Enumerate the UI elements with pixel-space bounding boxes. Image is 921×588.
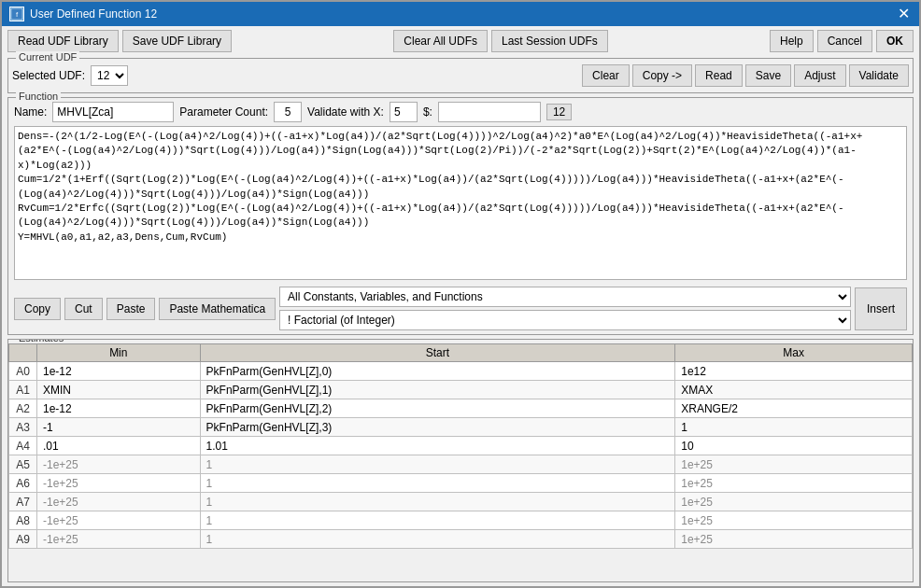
ok-button[interactable]: OK	[876, 30, 914, 52]
last-session-udfs-button[interactable]: Last Session UDFs	[491, 30, 608, 52]
clear-all-udfs-button[interactable]: Clear All UDFs	[393, 30, 488, 52]
udf-select[interactable]: 12	[91, 65, 128, 86]
table-row: A4.011.0110	[9, 437, 913, 455]
col-header-max: Max	[675, 344, 913, 362]
table-row: A01e-12PkFnParm(GenHVL[Z],0)1e12	[9, 362, 913, 381]
row-start[interactable]: PkFnParm(GenHVL[Z],1)	[200, 381, 675, 399]
row-label: A3	[9, 418, 37, 437]
row-max[interactable]: 1e+25	[675, 511, 913, 530]
row-start[interactable]: 1	[200, 530, 675, 549]
cancel-button[interactable]: Cancel	[817, 30, 872, 52]
dollar-input[interactable]	[438, 102, 541, 122]
row-label: A4	[9, 437, 37, 455]
validate-button[interactable]: Validate	[849, 64, 909, 87]
window-icon: f	[9, 7, 24, 21]
selected-udf-label: Selected UDF:	[12, 69, 85, 82]
row-start[interactable]: 1	[200, 511, 675, 530]
table-row: A6-1e+2511e+25	[9, 474, 913, 493]
row-min[interactable]: 1e-12	[37, 399, 201, 418]
row-min[interactable]: -1e+25	[37, 530, 201, 549]
row-min[interactable]: -1e+25	[37, 511, 201, 530]
title-bar-left: f User Defined Function 12	[9, 7, 157, 21]
col-header-min: Min	[37, 344, 201, 362]
copy-udf-button[interactable]: Copy ->	[632, 64, 692, 87]
cut-formula-button[interactable]: Cut	[64, 298, 103, 320]
row-max[interactable]: XMAX	[675, 381, 913, 399]
row-start[interactable]: PkFnParm(GenHVL[Z],3)	[200, 418, 675, 437]
table-row: A3-1PkFnParm(GenHVL[Z],3)1	[9, 418, 913, 437]
row-max[interactable]: 1e+25	[675, 493, 913, 511]
main-window: f User Defined Function 12 ✕ Read UDF Li…	[0, 0, 921, 588]
factorial-dropdown[interactable]: ! Factorial (of Integer)	[279, 310, 851, 330]
help-button[interactable]: Help	[770, 30, 814, 52]
row-label: A2	[9, 399, 37, 418]
row-start[interactable]: PkFnParm(GenHVL[Z],2)	[200, 399, 675, 418]
constants-dropdown[interactable]: All Constants, Variables, and Functions	[279, 287, 851, 307]
read-udf-button[interactable]: Read	[695, 64, 743, 87]
copy-formula-button[interactable]: Copy	[14, 298, 61, 320]
row-min[interactable]: -1e+25	[37, 455, 201, 474]
function-section: Function Name: Parameter Count: Validate…	[7, 97, 914, 335]
estimates-section-label: Estimates	[16, 339, 66, 343]
row-min[interactable]: .01	[37, 437, 201, 455]
row-max[interactable]: 10	[675, 437, 913, 455]
current-udf-row: Selected UDF: 12 Clear Copy -> Read Save…	[12, 63, 909, 89]
row-max[interactable]: XRANGE/2	[675, 399, 913, 418]
function-section-label: Function	[16, 91, 61, 102]
row-start[interactable]: 1.01	[200, 437, 675, 455]
row-start[interactable]: 1	[200, 474, 675, 493]
dollar-label: $:	[423, 105, 432, 119]
row-label: A5	[9, 455, 37, 474]
paste-mathematica-button[interactable]: Paste Mathematica	[159, 298, 276, 320]
row-max[interactable]: 1e+25	[675, 455, 913, 474]
row-start[interactable]: PkFnParm(GenHVL[Z],0)	[200, 362, 675, 381]
function-name-row: Name: Parameter Count: Validate with X: …	[14, 102, 907, 122]
read-udf-library-button[interactable]: Read UDF Library	[7, 30, 119, 52]
param-count-input[interactable]	[274, 102, 302, 122]
formula-textarea[interactable]: Dens=-(2^(1/2-Log(E^(-(Log(a4)^2/Log(4))…	[14, 126, 907, 280]
udf-actions: Clear Copy -> Read Save Adjust Validate	[582, 64, 909, 87]
validate-x-label: Validate with X:	[307, 105, 384, 119]
close-button[interactable]: ✕	[896, 7, 912, 21]
row-min[interactable]: XMIN	[37, 381, 201, 399]
row-label: A1	[9, 381, 37, 399]
formula-scroll-wrap: Dens=-(2^(1/2-Log(E^(-(Log(a4)^2/Log(4))…	[14, 126, 907, 283]
adjust-button[interactable]: Adjust	[794, 64, 845, 87]
row-start[interactable]: 1	[200, 455, 675, 474]
name-input[interactable]	[52, 102, 174, 122]
row-max[interactable]: 1e+25	[675, 474, 913, 493]
estimates-section: Estimates Min Start Max A01e-12PkFnParm(…	[7, 339, 914, 582]
row-min[interactable]: -1e+25	[37, 493, 201, 511]
window-title: User Defined Function 12	[30, 7, 157, 21]
table-row: A9-1e+2511e+25	[9, 530, 913, 549]
save-udf-library-button[interactable]: Save UDF Library	[122, 30, 232, 52]
param-count-label: Parameter Count:	[179, 105, 268, 119]
table-row: A7-1e+2511e+25	[9, 493, 913, 511]
clear-udf-button[interactable]: Clear	[582, 64, 630, 87]
row-max[interactable]: 1e+25	[675, 530, 913, 549]
save-udf-button[interactable]: Save	[745, 64, 791, 87]
insert-button[interactable]: Insert	[855, 287, 907, 330]
validate-x-input[interactable]	[390, 102, 418, 122]
row-max[interactable]: 1e12	[675, 362, 913, 381]
row-label: A9	[9, 530, 37, 549]
paste-formula-button[interactable]: Paste	[106, 298, 156, 320]
row-min[interactable]: -1e+25	[37, 474, 201, 493]
table-row: A21e-12PkFnParm(GenHVL[Z],2)XRANGE/2	[9, 399, 913, 418]
main-toolbar: Read UDF Library Save UDF Library Clear …	[2, 26, 919, 56]
row-label: A7	[9, 493, 37, 511]
current-udf-section: Current UDF Selected UDF: 12 Clear Copy …	[7, 58, 914, 93]
udf-select-wrap: 12	[91, 65, 128, 86]
row-start[interactable]: 1	[200, 493, 675, 511]
num-badge: 12	[546, 104, 572, 120]
col-header-start: Start	[200, 344, 675, 362]
table-row: A8-1e+2511e+25	[9, 511, 913, 530]
row-label: A8	[9, 511, 37, 530]
title-bar: f User Defined Function 12 ✕	[2, 2, 919, 26]
row-min[interactable]: -1	[37, 418, 201, 437]
estimates-table: Min Start Max A01e-12PkFnParm(GenHVL[Z],…	[8, 343, 913, 549]
formula-actions: Copy Cut Paste Paste Mathematica All Con…	[14, 287, 907, 330]
row-min[interactable]: 1e-12	[37, 362, 201, 381]
row-max[interactable]: 1	[675, 418, 913, 437]
table-row: A5-1e+2511e+25	[9, 455, 913, 474]
